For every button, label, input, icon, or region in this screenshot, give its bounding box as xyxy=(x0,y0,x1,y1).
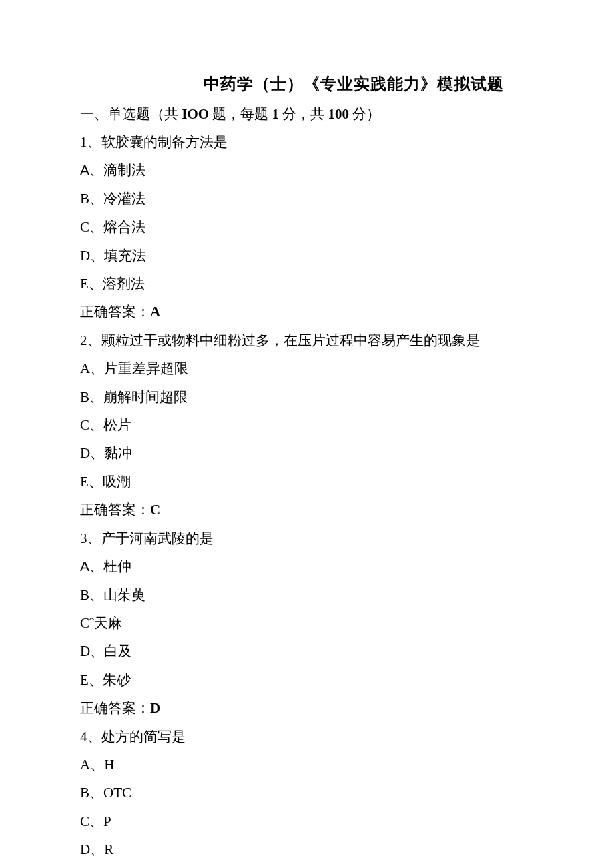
answer-value: A xyxy=(150,304,160,320)
option-label: E xyxy=(80,672,89,688)
option: A、滴制法 xyxy=(80,156,534,184)
option-label: C xyxy=(80,813,89,829)
option-label: C xyxy=(80,417,89,433)
option-text: 白及 xyxy=(104,643,132,659)
option: D、黏冲 xyxy=(80,439,534,467)
option-sep: 、 xyxy=(89,162,103,178)
question-stem: 3、产于河南武陵的是 xyxy=(80,524,534,552)
option-label: E xyxy=(80,474,89,490)
option: B、崩解时间超限 xyxy=(80,383,534,411)
option-label: B xyxy=(80,191,89,207)
option-label: D xyxy=(80,445,90,461)
option-sep: 、 xyxy=(89,276,103,292)
option-text: 滴制法 xyxy=(103,162,145,178)
question-text: 软胶囊的制备方法是 xyxy=(101,134,228,150)
question-number: 1、 xyxy=(80,134,101,150)
option-text: 黏冲 xyxy=(104,445,132,461)
option-label: C xyxy=(80,219,89,235)
option-label: A xyxy=(80,162,89,177)
option-sep: 、 xyxy=(89,813,103,829)
option-text: R xyxy=(104,841,113,857)
option-text: 天麻 xyxy=(94,615,122,631)
question-text: 颗粒过干或物料中细粉过多，在压片过程中容易产生的现象是 xyxy=(101,332,480,348)
option-text: H xyxy=(104,757,114,773)
option-label: A xyxy=(80,360,90,376)
option: C、熔合法 xyxy=(80,213,534,241)
option-sep: 、 xyxy=(89,474,103,490)
option-label: B xyxy=(80,389,89,405)
option-text: 山茱萸 xyxy=(103,587,145,603)
option-sep: 、 xyxy=(90,248,104,264)
option-text: 片重差异超限 xyxy=(104,360,188,376)
question-text: 处方的简写是 xyxy=(101,729,186,745)
question-stem: 2、颗粒过干或物料中细粉过多，在压片过程中容易产生的现象是 xyxy=(80,326,534,354)
option-label: D xyxy=(80,841,90,857)
question-number: 3、 xyxy=(80,530,101,546)
option-text: 朱砂 xyxy=(103,672,131,688)
option-text: 熔合法 xyxy=(103,219,145,235)
section-per: 1 xyxy=(272,106,280,122)
section-total: 100 xyxy=(328,106,350,122)
question-stem: 1、软胶囊的制备方法是 xyxy=(80,128,534,156)
section-mid2: 分，共 xyxy=(279,106,328,122)
option: E、吸潮 xyxy=(80,468,534,496)
option-text: 崩解时间超限 xyxy=(103,389,188,405)
option: B、冷灌法 xyxy=(80,185,534,213)
option-text: 填充法 xyxy=(104,248,146,264)
option-text: 杜仲 xyxy=(103,558,131,574)
option-text: 松片 xyxy=(103,417,131,433)
question-number: 2、 xyxy=(80,332,101,348)
answer-line: 正确答案：C xyxy=(80,496,534,524)
option-sep: 、 xyxy=(89,191,103,207)
answer-value: C xyxy=(150,502,160,518)
option-sep: 、 xyxy=(89,672,103,688)
option-label: D xyxy=(80,248,90,264)
option: A、杜仲 xyxy=(80,552,534,580)
option: E、朱砂 xyxy=(80,666,534,694)
section-mid1: 题，每题 xyxy=(209,106,272,122)
option-label: B xyxy=(80,587,89,603)
section-prefix: 一、单选题（共 xyxy=(80,106,182,122)
question-number: 4、 xyxy=(80,729,101,745)
answer-line: 正确答案：D xyxy=(80,694,534,722)
option: E、T xyxy=(80,864,534,868)
option: E、溶剂法 xyxy=(80,270,534,298)
question-text: 产于河南武陵的是 xyxy=(101,530,214,546)
option: D、R xyxy=(80,835,534,863)
option-label: B xyxy=(80,785,89,801)
section-suffix: 分） xyxy=(349,106,380,122)
option-sep: 、 xyxy=(89,785,103,801)
question-stem: 4、处方的简写是 xyxy=(80,723,534,751)
option-sep: 、 xyxy=(90,360,104,376)
option-sep: 、 xyxy=(90,643,104,659)
option-sep: 、 xyxy=(89,389,103,405)
option: C、松片 xyxy=(80,411,534,439)
option-sep: 、 xyxy=(89,417,103,433)
option: D、填充法 xyxy=(80,242,534,270)
option: A、片重差异超限 xyxy=(80,354,534,382)
option-text: 冷灌法 xyxy=(103,191,145,207)
option: Cˆ天麻 xyxy=(80,609,534,637)
option-text: P xyxy=(103,813,111,829)
option: D、白及 xyxy=(80,637,534,665)
option-label: A xyxy=(80,757,90,773)
option-sep: 、 xyxy=(89,219,103,235)
option-sep: 、 xyxy=(89,558,103,574)
option-text: OTC xyxy=(103,785,131,801)
section-header: 一、单选题（共 IOO 题，每题 1 分，共 100 分） xyxy=(80,100,534,128)
option: C、P xyxy=(80,807,534,835)
answer-label: 正确答案： xyxy=(80,700,150,716)
option-sep: 、 xyxy=(90,757,104,773)
option-label: Cˆ xyxy=(80,615,94,631)
option: B、OTC xyxy=(80,779,534,807)
answer-label: 正确答案： xyxy=(80,304,150,320)
option-text: 吸潮 xyxy=(103,474,131,490)
answer-value: D xyxy=(150,700,160,716)
option-text: 溶剂法 xyxy=(103,276,145,292)
option-label: D xyxy=(80,643,90,659)
option-label: A xyxy=(80,558,89,574)
option: A、H xyxy=(80,751,534,779)
page: 中药学（士）《专业实践能力》模拟试题 一、单选题（共 IOO 题，每题 1 分，… xyxy=(0,0,614,868)
option-sep: 、 xyxy=(90,841,104,857)
option-label: E xyxy=(80,276,89,292)
